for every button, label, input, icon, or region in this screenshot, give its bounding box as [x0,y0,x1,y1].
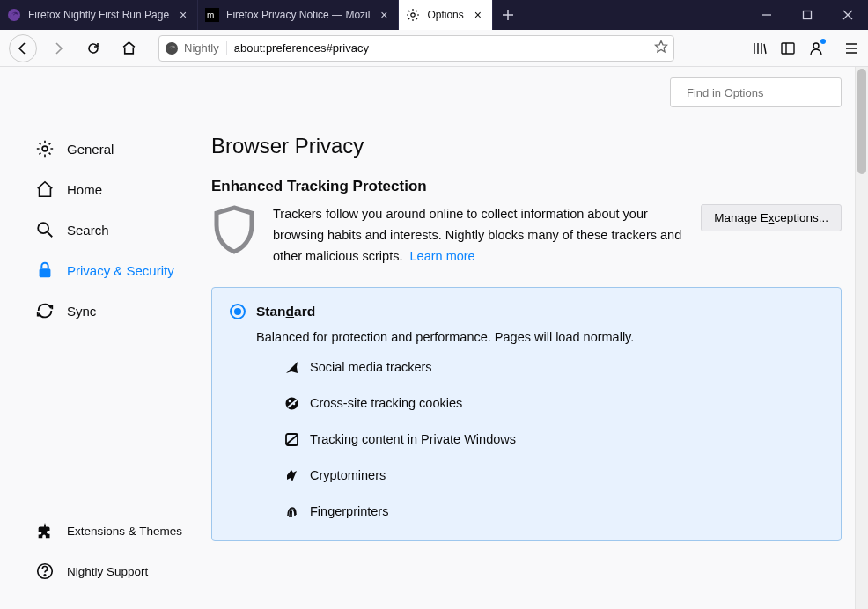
tab-options[interactable]: Options × [399,0,492,30]
help-icon [35,561,55,581]
section-title: Enhanced Tracking Protection [211,178,842,195]
standard-desc: Balanced for protection and performance.… [256,330,823,344]
page-title: Browser Privacy [211,134,842,158]
toolbar-icons [752,40,859,56]
close-icon[interactable]: × [377,8,391,22]
close-window-button[interactable] [828,0,868,30]
svg-rect-10 [40,268,51,277]
home-button[interactable] [114,34,143,62]
nav-label: Privacy & Security [67,263,174,278]
tab-firstrun[interactable]: Firefox Nightly First Run Page × [0,0,198,30]
manage-exceptions-button[interactable]: Manage Exceptions... [701,204,842,231]
scrollbar-thumb[interactable] [857,69,866,174]
nav-label: Home [67,182,102,197]
close-icon[interactable]: × [176,8,190,22]
sidebar-item-sync[interactable]: Sync [26,290,211,331]
preferences-sidebar: General Home Search Privacy & Security S… [0,67,211,609]
url-bar[interactable]: Nightly [158,35,674,62]
tab-strip: Firefox Nightly First Run Page × m Firef… [0,0,747,30]
svg-point-7 [813,43,819,48]
tracker-content: Tracking content in Private Windows [284,432,823,447]
etp-standard-card: Standard Balanced for protection and per… [211,287,842,541]
sidebar-button[interactable] [780,40,796,56]
notification-dot-icon [820,39,826,44]
nav-label: Nightly Support [67,565,148,578]
search-icon [35,220,55,239]
tracker-label: Cryptominers [310,468,386,482]
tab-label: Firefox Nightly First Run Page [28,9,169,21]
nav-label: Sync [67,304,96,319]
svg-text:m: m [207,11,214,20]
back-button[interactable] [9,34,37,62]
tracker-fingerprinters: Fingerprinters [284,504,823,519]
minimize-button[interactable] [747,0,787,30]
tab-label: Options [427,9,463,21]
tracker-list: Social media trackers Cross-site trackin… [284,360,823,519]
svg-point-8 [42,146,48,151]
sidebar-item-privacy[interactable]: Privacy & Security [26,250,211,290]
cookie-icon [284,396,299,411]
puzzle-icon [35,521,55,540]
tracking-content-icon [284,432,299,447]
etp-text: Trackers follow you around online to col… [273,207,681,263]
find-in-options[interactable] [670,77,842,107]
tab-privacynotice[interactable]: m Firefox Privacy Notice — Mozil × [198,0,399,30]
sync-icon [35,301,55,320]
library-button[interactable] [752,40,768,56]
gear-icon [406,8,420,22]
gear-icon [35,139,55,158]
standard-option[interactable]: Standard [230,304,823,319]
sidebar-item-support[interactable]: Nightly Support [26,551,211,591]
content-area: General Home Search Privacy & Security S… [0,67,868,609]
tracker-cryptominers: Cryptominers [284,468,823,483]
vertical-scrollbar[interactable] [855,67,868,609]
account-button[interactable] [808,40,824,56]
app-menu-button[interactable] [843,40,859,56]
sidebar-item-general[interactable]: General [26,128,211,169]
tracker-cookies: Cross-site tracking cookies [284,396,823,411]
nav-label: Search [67,223,109,238]
lock-icon [35,260,55,280]
firefox-icon [165,41,179,55]
svg-point-0 [8,9,20,21]
titlebar: Firefox Nightly First Run Page × m Firef… [0,0,868,30]
fingerprint-icon [284,504,299,519]
sidebar-item-extensions[interactable]: Extensions & Themes [26,510,211,551]
forward-button[interactable] [44,34,72,62]
preferences-main: Browser Privacy Enhanced Tracking Protec… [211,67,868,609]
learn-more-link[interactable]: Learn more [410,249,475,263]
nav-label: General [67,142,114,157]
new-tab-button[interactable] [493,0,523,30]
bookmark-star-icon[interactable] [654,40,668,56]
svg-rect-4 [804,11,812,19]
standard-radio[interactable] [230,304,246,319]
url-input[interactable] [234,41,647,55]
find-in-options-input[interactable] [687,86,835,99]
svg-point-5 [166,42,178,55]
identity-label: Nightly [184,41,219,55]
home-icon [35,180,55,199]
close-icon[interactable]: × [471,8,485,22]
sidebar-item-home[interactable]: Home [26,169,211,209]
etp-description: Trackers follow you around online to col… [273,204,685,268]
tracker-social: Social media trackers [284,360,823,375]
nav-toolbar: Nightly [0,30,868,67]
reload-button[interactable] [79,34,107,62]
etp-summary: Trackers follow you around online to col… [211,204,842,268]
cryptominer-icon [284,468,299,483]
plus-icon [502,9,514,21]
window-controls [747,0,868,30]
shield-icon [211,204,257,257]
mozilla-icon: m [205,8,219,22]
sidebar-item-search[interactable]: Search [26,209,211,250]
tracker-label: Fingerprinters [310,504,388,518]
svg-point-3 [411,13,415,17]
maximize-button[interactable] [787,0,828,30]
tracker-label: Tracking content in Private Windows [310,432,516,446]
firefox-nightly-icon [7,8,21,22]
nav-label: Extensions & Themes [67,525,182,538]
identity-box[interactable]: Nightly [165,41,227,55]
standard-title: Standard [256,304,315,319]
svg-point-9 [38,223,48,233]
social-tracker-icon [284,360,299,375]
